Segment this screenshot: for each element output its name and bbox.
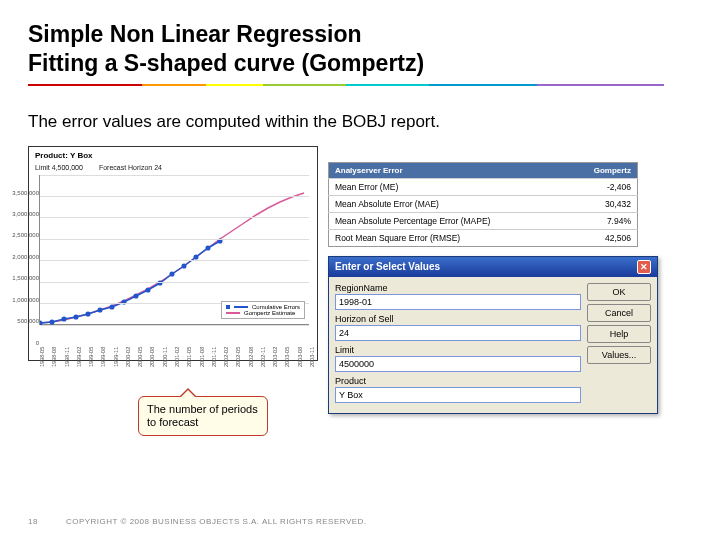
svg-point-13 (194, 255, 198, 259)
y-tick-label: 1,500,000 (12, 275, 39, 281)
chart-subtitle: Limit 4,500,000 Forecast Horizon 24 (35, 164, 311, 171)
field-label-horizon: Horizon of Sell (335, 314, 581, 324)
chart-product-title: Product: Y Box (35, 151, 311, 160)
chart-legend: Cumulative Errors Gompertz Estimate (221, 301, 305, 319)
svg-point-1 (50, 320, 54, 324)
copyright-text: COPYRIGHT © 2008 BUSINESS OBJECTS S.A. A… (66, 517, 367, 526)
svg-point-4 (86, 312, 90, 316)
dialog-titlebar[interactable]: Enter or Select Values ✕ (329, 257, 657, 277)
svg-point-2 (62, 317, 66, 321)
svg-point-11 (170, 272, 174, 276)
x-tick-label: 2000-11 (162, 346, 166, 366)
close-icon[interactable]: ✕ (637, 260, 651, 274)
y-tick-label: 0 (36, 340, 39, 346)
table-row: Mean Error (ME)-2,406 (329, 178, 638, 195)
y-tick-label: 1,000,000 (12, 297, 39, 303)
rainbow-separator (28, 84, 664, 86)
x-tick-label: 2001-11 (211, 346, 215, 366)
table-row: Mean Absolute Error (MAE)30,432 (329, 195, 638, 212)
dialog-title-text: Enter or Select Values (335, 261, 440, 272)
title-line-1: Simple Non Linear Regression (28, 20, 692, 49)
x-tick-label: 2000-08 (149, 346, 153, 366)
x-tick-label: 2003-05 (284, 346, 288, 366)
x-tick-label: 2003-11 (309, 346, 313, 366)
chart-panel: Product: Y Box Limit 4,500,000 Forecast … (28, 146, 318, 361)
x-tick-label: 1998-05 (39, 346, 43, 366)
content-area: Product: Y Box Limit 4,500,000 Forecast … (28, 146, 692, 446)
x-tick-label: 2001-08 (199, 346, 203, 366)
field-label-product: Product (335, 376, 581, 386)
y-tick-label: 3,000,000 (12, 211, 39, 217)
x-tick-label: 2003-08 (297, 346, 301, 366)
x-tick-label: 2002-11 (260, 346, 264, 366)
svg-point-3 (74, 315, 78, 319)
slide-title: Simple Non Linear Regression Fitting a S… (0, 0, 720, 94)
field-label-limit: Limit (335, 345, 581, 355)
x-tick-label: 2001-02 (174, 346, 178, 366)
x-tick-label: 2002-02 (223, 346, 227, 366)
y-tick-label: 2,000,000 (12, 254, 39, 260)
region-input[interactable] (335, 294, 581, 310)
y-tick-label: 500,000 (17, 318, 39, 324)
x-tick-label: 1999-02 (76, 346, 80, 366)
ok-button[interactable]: OK (587, 283, 651, 301)
x-tick-label: 1998-08 (51, 346, 55, 366)
svg-point-8 (134, 294, 138, 298)
field-label-region: RegionName (335, 283, 581, 293)
x-tick-label: 2000-02 (125, 346, 129, 366)
table-row: Root Mean Square Error (RMSE)42,506 (329, 229, 638, 246)
x-tick-label: 2001-05 (186, 346, 190, 366)
metrics-header-model: Gompertz (567, 162, 638, 178)
y-tick-label: 3,500,000 (12, 190, 39, 196)
svg-point-14 (206, 246, 210, 250)
page-number: 18 (28, 517, 38, 526)
x-tick-label: 2003-02 (272, 346, 276, 366)
title-line-2: Fitting a S-shaped curve (Gompertz) (28, 49, 692, 78)
y-tick-label: 2,500,000 (12, 232, 39, 238)
svg-point-9 (146, 288, 150, 292)
x-tick-label: 2002-05 (235, 346, 239, 366)
svg-point-6 (110, 305, 114, 309)
callout-annotation: The number of periods to forecast (138, 396, 268, 436)
limit-input[interactable] (335, 356, 581, 372)
error-metrics-table: Analyserver Error Gompertz Mean Error (M… (328, 162, 638, 247)
x-tick-label: 1999-08 (100, 346, 104, 366)
slide-footer: 18 COPYRIGHT © 2008 BUSINESS OBJECTS S.A… (28, 517, 367, 526)
help-button[interactable]: Help (587, 325, 651, 343)
x-tick-label: 1999-05 (88, 346, 92, 366)
svg-point-5 (98, 308, 102, 312)
x-tick-label: 1998-11 (64, 346, 68, 366)
x-tick-label: 2002-08 (248, 346, 252, 366)
svg-point-12 (182, 264, 186, 268)
x-tick-label: 1999-11 (113, 346, 117, 366)
cancel-button[interactable]: Cancel (587, 304, 651, 322)
metrics-header-method: Analyserver Error (329, 162, 567, 178)
table-row: Mean Absolute Percentage Error (MAPE)7.9… (329, 212, 638, 229)
x-tick-label: 2000-05 (137, 346, 141, 366)
parameter-dialog: Enter or Select Values ✕ RegionName Hori… (328, 256, 658, 414)
product-input[interactable] (335, 387, 581, 403)
horizon-input[interactable] (335, 325, 581, 341)
body-paragraph: The error values are computed within the… (0, 94, 720, 132)
values-button[interactable]: Values... (587, 346, 651, 364)
